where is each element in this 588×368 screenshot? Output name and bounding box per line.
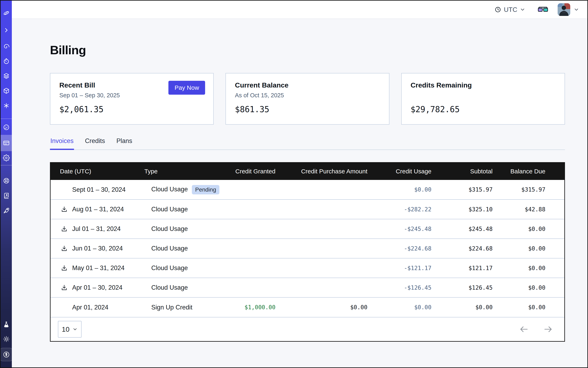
table-row: Apr 01 – 30, 2024 Cloud Usage -$126.45 $…: [51, 278, 564, 297]
download-invoice-button[interactable]: [61, 245, 68, 252]
chevron-down-icon: [72, 327, 78, 332]
download-invoice-button[interactable]: [61, 225, 68, 232]
page-title: Billing: [50, 43, 587, 57]
dollar-seal-icon: [2, 351, 10, 359]
row-date: Jun 01 – 30, 2024: [72, 245, 123, 252]
row-credit-usage: -$224.68: [367, 239, 431, 258]
tab-plans[interactable]: Plans: [116, 137, 133, 150]
row-subtotal: $325.10: [431, 200, 493, 219]
card-title: Credits Remaining: [411, 81, 556, 89]
card-subtitle: As of Oct 15, 2025: [235, 92, 380, 99]
billing-tabs: InvoicesCreditsPlans: [50, 137, 565, 150]
row-balance-due: $0.00: [493, 219, 564, 239]
3d-glasses-icon[interactable]: [538, 6, 548, 13]
settings-gear-icon[interactable]: [3, 154, 10, 161]
row-date: Apr 01, 2024: [72, 304, 109, 311]
row-subtotal: $121.17: [431, 258, 493, 278]
recent-bill-card: Recent Bill Sep 01 – Sep 30, 2025 $2,061…: [50, 73, 214, 125]
column-header: Balance Due: [493, 163, 564, 180]
row-date: Sept 01 – 30, 2024: [72, 186, 126, 193]
row-balance-due: $42.88: [493, 200, 564, 219]
credits-remaining-amount: $29,782.65: [411, 105, 556, 114]
row-subtotal: $224.68: [431, 239, 493, 258]
row-type: Cloud Usage: [151, 264, 188, 272]
current-balance-amount: $861.35: [235, 105, 380, 114]
arrow-right-icon: [543, 324, 553, 334]
row-credit-granted: [226, 278, 275, 297]
row-balance-due: $315.97: [493, 180, 564, 200]
support-wheel-icon[interactable]: [3, 177, 10, 184]
previous-page-button[interactable]: [519, 324, 529, 334]
page-size-value: 10: [62, 325, 70, 333]
spiral-icon[interactable]: [3, 43, 10, 50]
invoices-table-header: Date (UTC)TypeCredit GrantedCredit Purch…: [51, 163, 564, 180]
tab-invoices[interactable]: Invoices: [50, 137, 74, 150]
row-credit-granted: $1,000.00: [226, 297, 275, 317]
sidebar-expand-chevron[interactable]: [3, 27, 10, 34]
account-chevron-down-icon[interactable]: [573, 7, 579, 12]
current-balance-card: Current Balance As of Oct 15, 2025 $861.…: [226, 73, 389, 125]
row-type: Cloud Usage: [151, 206, 188, 213]
layers-icon[interactable]: [3, 73, 10, 79]
row-credit-usage: $0.00: [367, 180, 431, 200]
download-invoice-button[interactable]: [61, 265, 68, 272]
table-footer: 10: [51, 317, 564, 341]
row-credit-purchase: [275, 200, 367, 219]
page-size-select[interactable]: 10: [58, 321, 81, 338]
row-date: Apr 01 – 30, 2024: [72, 284, 122, 291]
column-header: Credit Granted: [226, 163, 275, 180]
download-icon: [61, 265, 68, 272]
pay-now-button[interactable]: Pay Now: [168, 81, 205, 95]
table-row: May 01 – 31, 2024 Cloud Usage -$121.17 $…: [51, 258, 564, 278]
download-invoice-button[interactable]: [61, 206, 68, 213]
download-invoice-button[interactable]: [61, 284, 68, 291]
row-balance-due: $0.00: [493, 239, 564, 258]
row-subtotal: $126.45: [431, 278, 493, 297]
row-date: May 01 – 31, 2024: [72, 264, 125, 272]
invoice-table-body: Sept 01 – 30, 2024 Cloud UsagePending $0…: [51, 180, 564, 317]
column-header: Type: [144, 163, 226, 180]
row-credit-purchase: [275, 239, 367, 258]
row-date: Aug 01 – 31, 2024: [72, 206, 124, 213]
row-subtotal: $245.48: [431, 219, 493, 239]
row-credit-purchase: [275, 278, 367, 297]
avatar[interactable]: [558, 3, 570, 16]
gauge-icon[interactable]: [3, 124, 10, 131]
clock-icon: [494, 6, 501, 13]
row-subtotal: $0.00: [431, 297, 493, 317]
flask-icon[interactable]: [3, 321, 10, 328]
rocket-icon[interactable]: [3, 207, 10, 214]
credits-dollar-badge-button[interactable]: [0, 348, 13, 361]
table-row: Jul 01 – 31, 2024 Cloud Usage -$245.48 $…: [51, 219, 564, 239]
row-type: Cloud Usage: [151, 284, 188, 291]
theme-sun-icon[interactable]: [3, 336, 10, 342]
download-icon: [61, 284, 68, 291]
timezone-selector[interactable]: UTC: [494, 6, 525, 13]
asterisk-icon[interactable]: [3, 102, 10, 109]
row-credit-granted: [226, 258, 275, 278]
arrow-left-icon: [519, 324, 529, 334]
table-row: Aug 01 – 31, 2024 Cloud Usage -$282.22 $…: [51, 200, 564, 219]
row-credit-granted: [226, 239, 275, 258]
row-credit-usage: -$282.22: [367, 200, 431, 219]
column-header: Credit Purchase Amount: [275, 163, 367, 180]
column-header: Credit Usage: [367, 163, 431, 180]
download-icon: [61, 245, 68, 252]
app-window: UTC Billing Recent Bill Sep 01 – Sep 30,…: [0, 0, 588, 368]
row-type: Cloud Usage: [151, 186, 188, 193]
timer-icon[interactable]: [3, 58, 10, 65]
row-credit-usage: -$245.48: [367, 219, 431, 239]
summary-cards: Recent Bill Sep 01 – Sep 30, 2025 $2,061…: [50, 73, 565, 125]
billing-card-icon[interactable]: [3, 139, 10, 147]
invoices-table: Date (UTC)TypeCredit GrantedCredit Purch…: [51, 163, 564, 317]
row-credit-usage: $0.00: [367, 297, 431, 317]
cube-icon[interactable]: [3, 87, 10, 94]
invoices-table-container: Date (UTC)TypeCredit GrantedCredit Purch…: [50, 162, 565, 342]
row-credit-granted: [226, 180, 275, 200]
docs-book-icon[interactable]: [3, 192, 10, 199]
credits-remaining-card: Credits Remaining $29,782.65: [401, 73, 565, 125]
tab-credits[interactable]: Credits: [85, 137, 105, 150]
row-credit-purchase: [275, 258, 367, 278]
column-header: Subtotal: [431, 163, 493, 180]
next-page-button[interactable]: [543, 324, 553, 334]
